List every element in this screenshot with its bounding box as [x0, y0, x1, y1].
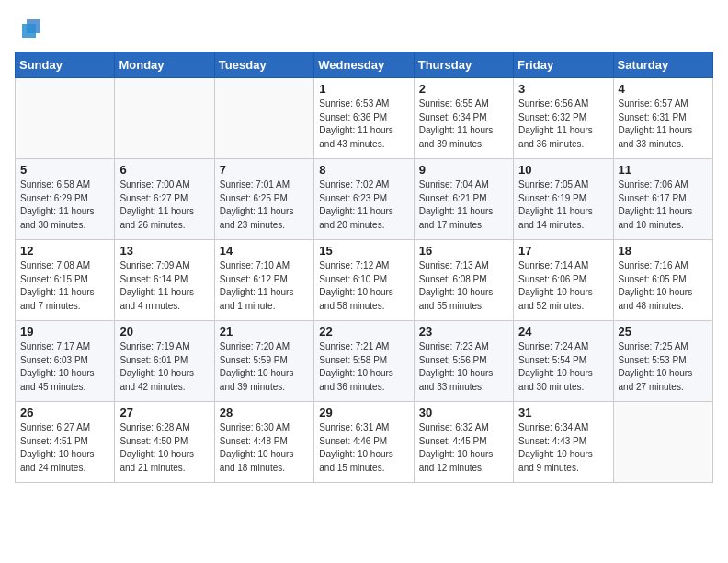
calendar-cell	[16, 78, 115, 159]
calendar-cell: 7Sunrise: 7:01 AMSunset: 6:25 PMDaylight…	[214, 159, 313, 240]
calendar-week-row: 26Sunrise: 6:27 AMSunset: 4:51 PMDayligh…	[16, 402, 713, 483]
day-number: 11	[619, 163, 708, 177]
day-number: 10	[518, 163, 608, 177]
calendar-cell: 19Sunrise: 7:17 AMSunset: 6:03 PMDayligh…	[16, 321, 115, 402]
weekday-header-monday: Monday	[115, 52, 214, 78]
calendar-week-row: 12Sunrise: 7:08 AMSunset: 6:15 PMDayligh…	[16, 240, 713, 321]
calendar-cell: 21Sunrise: 7:20 AMSunset: 5:59 PMDayligh…	[214, 321, 313, 402]
day-number: 1	[319, 82, 408, 96]
calendar-cell	[214, 78, 313, 159]
day-number: 26	[20, 406, 109, 419]
day-info: Sunrise: 6:53 AMSunset: 6:36 PMDaylight:…	[319, 98, 408, 151]
calendar-week-row: 19Sunrise: 7:17 AMSunset: 6:03 PMDayligh…	[16, 321, 713, 402]
calendar-cell: 8Sunrise: 7:02 AMSunset: 6:23 PMDaylight…	[314, 159, 414, 240]
day-info: Sunrise: 7:13 AMSunset: 6:08 PMDaylight:…	[419, 259, 508, 313]
day-number: 7	[220, 163, 309, 177]
calendar-cell: 14Sunrise: 7:10 AMSunset: 6:12 PMDayligh…	[214, 240, 313, 321]
day-number: 28	[220, 406, 309, 419]
day-info: Sunrise: 6:27 AMSunset: 4:51 PMDaylight:…	[20, 421, 109, 475]
page-header	[15, 15, 713, 42]
calendar-cell: 17Sunrise: 7:14 AMSunset: 6:06 PMDayligh…	[514, 240, 613, 321]
day-info: Sunrise: 7:21 AMSunset: 5:58 PMDaylight:…	[319, 340, 408, 394]
day-info: Sunrise: 6:55 AMSunset: 6:34 PMDaylight:…	[419, 98, 508, 151]
day-info: Sunrise: 7:20 AMSunset: 5:59 PMDaylight:…	[220, 340, 309, 394]
day-info: Sunrise: 7:02 AMSunset: 6:23 PMDaylight:…	[319, 178, 408, 232]
calendar-week-row: 1Sunrise: 6:53 AMSunset: 6:36 PMDaylight…	[16, 78, 713, 159]
calendar-cell: 16Sunrise: 7:13 AMSunset: 6:08 PMDayligh…	[414, 240, 513, 321]
day-number: 25	[619, 325, 708, 339]
day-info: Sunrise: 6:56 AMSunset: 6:32 PMDaylight:…	[518, 98, 608, 151]
day-number: 16	[419, 244, 508, 258]
calendar-cell: 10Sunrise: 7:05 AMSunset: 6:19 PMDayligh…	[514, 159, 613, 240]
day-number: 6	[119, 163, 209, 177]
calendar-cell: 15Sunrise: 7:12 AMSunset: 6:10 PMDayligh…	[314, 240, 414, 321]
logo-icon	[17, 15, 45, 42]
day-info: Sunrise: 7:14 AMSunset: 6:06 PMDaylight:…	[518, 259, 608, 313]
day-number: 18	[619, 244, 708, 258]
day-number: 24	[518, 325, 608, 339]
calendar-cell: 3Sunrise: 6:56 AMSunset: 6:32 PMDaylight…	[514, 78, 613, 159]
day-number: 21	[220, 325, 309, 339]
calendar-cell: 6Sunrise: 7:00 AMSunset: 6:27 PMDaylight…	[115, 159, 214, 240]
day-info: Sunrise: 7:10 AMSunset: 6:12 PMDaylight:…	[220, 259, 309, 313]
day-number: 22	[319, 325, 408, 339]
day-number: 5	[20, 163, 109, 177]
day-info: Sunrise: 7:16 AMSunset: 6:05 PMDaylight:…	[619, 259, 708, 313]
calendar-cell: 5Sunrise: 6:58 AMSunset: 6:29 PMDaylight…	[16, 159, 115, 240]
day-info: Sunrise: 7:23 AMSunset: 5:56 PMDaylight:…	[419, 340, 508, 394]
day-info: Sunrise: 6:34 AMSunset: 4:43 PMDaylight:…	[518, 421, 608, 475]
day-info: Sunrise: 6:57 AMSunset: 6:31 PMDaylight:…	[619, 98, 708, 151]
day-info: Sunrise: 7:19 AMSunset: 6:01 PMDaylight:…	[119, 340, 209, 394]
weekday-header-friday: Friday	[514, 52, 613, 78]
calendar-cell: 11Sunrise: 7:06 AMSunset: 6:17 PMDayligh…	[613, 159, 712, 240]
calendar-cell	[613, 402, 712, 483]
day-number: 4	[619, 82, 708, 96]
day-number: 27	[119, 406, 209, 419]
calendar-table: SundayMondayTuesdayWednesdayThursdayFrid…	[15, 52, 713, 483]
day-info: Sunrise: 7:12 AMSunset: 6:10 PMDaylight:…	[319, 259, 408, 313]
day-info: Sunrise: 7:25 AMSunset: 5:53 PMDaylight:…	[619, 340, 708, 394]
weekday-header-tuesday: Tuesday	[214, 52, 313, 78]
day-info: Sunrise: 6:30 AMSunset: 4:48 PMDaylight:…	[220, 421, 309, 475]
day-info: Sunrise: 7:09 AMSunset: 6:14 PMDaylight:…	[119, 259, 209, 313]
day-number: 23	[419, 325, 508, 339]
day-info: Sunrise: 7:05 AMSunset: 6:19 PMDaylight:…	[518, 178, 608, 232]
weekday-header-saturday: Saturday	[613, 52, 712, 78]
weekday-header-wednesday: Wednesday	[314, 52, 414, 78]
day-info: Sunrise: 7:24 AMSunset: 5:54 PMDaylight:…	[518, 340, 608, 394]
calendar-cell: 12Sunrise: 7:08 AMSunset: 6:15 PMDayligh…	[16, 240, 115, 321]
day-number: 3	[518, 82, 608, 96]
calendar-cell: 23Sunrise: 7:23 AMSunset: 5:56 PMDayligh…	[414, 321, 513, 402]
day-info: Sunrise: 7:17 AMSunset: 6:03 PMDaylight:…	[20, 340, 109, 394]
weekday-header-thursday: Thursday	[414, 52, 513, 78]
day-number: 17	[518, 244, 608, 258]
day-number: 31	[518, 406, 608, 419]
svg-marker-1	[22, 24, 36, 38]
calendar-cell: 20Sunrise: 7:19 AMSunset: 6:01 PMDayligh…	[115, 321, 214, 402]
day-number: 9	[419, 163, 508, 177]
day-info: Sunrise: 7:00 AMSunset: 6:27 PMDaylight:…	[119, 178, 209, 232]
calendar-cell: 9Sunrise: 7:04 AMSunset: 6:21 PMDaylight…	[414, 159, 513, 240]
calendar-cell: 4Sunrise: 6:57 AMSunset: 6:31 PMDaylight…	[613, 78, 712, 159]
logo	[15, 15, 45, 42]
day-number: 19	[20, 325, 109, 339]
day-number: 20	[119, 325, 209, 339]
day-number: 12	[20, 244, 109, 258]
calendar-cell: 1Sunrise: 6:53 AMSunset: 6:36 PMDaylight…	[314, 78, 414, 159]
day-number: 15	[319, 244, 408, 258]
calendar-week-row: 5Sunrise: 6:58 AMSunset: 6:29 PMDaylight…	[16, 159, 713, 240]
day-number: 2	[419, 82, 508, 96]
calendar-cell: 30Sunrise: 6:32 AMSunset: 4:45 PMDayligh…	[414, 402, 513, 483]
day-info: Sunrise: 6:31 AMSunset: 4:46 PMDaylight:…	[319, 421, 408, 475]
calendar-cell: 2Sunrise: 6:55 AMSunset: 6:34 PMDaylight…	[414, 78, 513, 159]
day-info: Sunrise: 7:01 AMSunset: 6:25 PMDaylight:…	[220, 178, 309, 232]
day-number: 8	[319, 163, 408, 177]
calendar-cell: 29Sunrise: 6:31 AMSunset: 4:46 PMDayligh…	[314, 402, 414, 483]
day-info: Sunrise: 7:08 AMSunset: 6:15 PMDaylight:…	[20, 259, 109, 313]
calendar-header-row: SundayMondayTuesdayWednesdayThursdayFrid…	[16, 52, 713, 78]
day-number: 29	[319, 406, 408, 419]
calendar-cell: 18Sunrise: 7:16 AMSunset: 6:05 PMDayligh…	[613, 240, 712, 321]
day-info: Sunrise: 7:04 AMSunset: 6:21 PMDaylight:…	[419, 178, 508, 232]
calendar-cell: 27Sunrise: 6:28 AMSunset: 4:50 PMDayligh…	[115, 402, 214, 483]
calendar-cell: 26Sunrise: 6:27 AMSunset: 4:51 PMDayligh…	[16, 402, 115, 483]
